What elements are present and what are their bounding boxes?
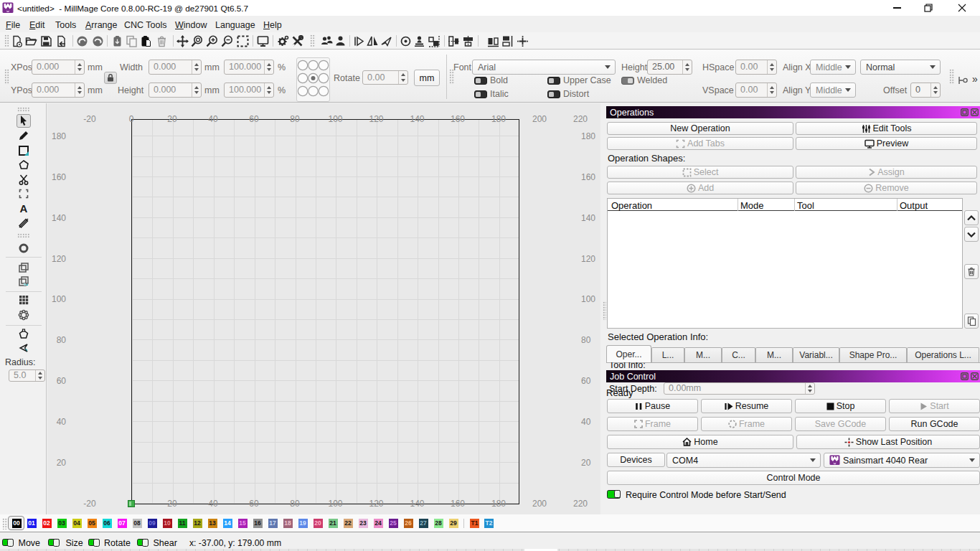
svg-text:A: A bbox=[20, 202, 28, 214]
